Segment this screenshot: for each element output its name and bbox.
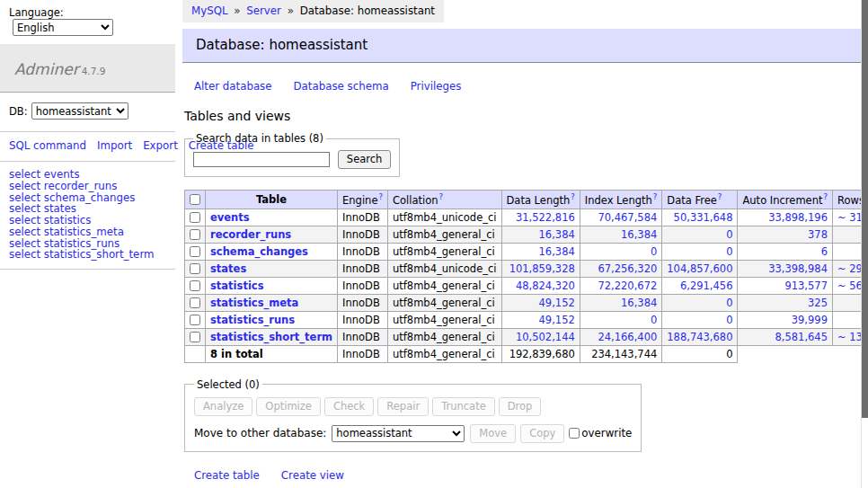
- data-free-link[interactable]: 104,857,600: [667, 262, 732, 275]
- index-length-link[interactable]: 16,384: [585, 297, 658, 309]
- row-checkbox-statistics_meta[interactable]: [190, 297, 200, 308]
- data-free-link[interactable]: 6,291,456: [667, 279, 732, 292]
- table-link-events[interactable]: events: [210, 211, 250, 224]
- col-header-data-free[interactable]: Data Free?: [662, 191, 738, 209]
- column-help-link[interactable]: ?: [653, 192, 658, 201]
- data-length-link[interactable]: 49,152: [507, 297, 575, 309]
- auto-increment-link[interactable]: 6: [742, 245, 828, 258]
- data-length-link[interactable]: 16,384: [507, 245, 575, 258]
- index-length-link[interactable]: 67,256,320: [585, 262, 658, 275]
- index-length-link[interactable]: 24,166,400: [585, 331, 658, 343]
- auto-increment-link[interactable]: 913,577: [742, 279, 828, 292]
- optimize-button[interactable]: Optimize: [256, 397, 321, 416]
- sidebar-select-statistics-link[interactable]: select statistics: [9, 215, 166, 226]
- auto-increment-link[interactable]: 33,898,196: [742, 211, 828, 224]
- search-input[interactable]: [193, 152, 330, 167]
- select-all-checkbox[interactable]: [190, 194, 200, 205]
- column-help-link[interactable]: ?: [439, 192, 444, 201]
- row-checkbox-statistics[interactable]: [190, 280, 200, 291]
- auto-increment-link[interactable]: 378: [742, 228, 828, 241]
- data-length-link[interactable]: 10,502,144: [507, 331, 575, 343]
- data-free-link[interactable]: 0: [667, 245, 732, 258]
- row-checkbox-statistics_runs[interactable]: [190, 315, 200, 325]
- app-version-link[interactable]: 4.7.9: [82, 66, 106, 76]
- row-checkbox-events[interactable]: [190, 212, 200, 223]
- row-checkbox-states[interactable]: [190, 263, 200, 274]
- auto-increment-link[interactable]: 33,398,984: [742, 262, 828, 275]
- sidebar-export-link[interactable]: Export: [143, 139, 178, 152]
- data-free-link[interactable]: 188,743,680: [667, 331, 732, 343]
- column-help-link[interactable]: ?: [823, 192, 828, 201]
- search-button[interactable]: Search: [338, 150, 392, 169]
- data-length-link[interactable]: 31,522,816: [507, 211, 575, 224]
- data-length-link[interactable]: 16,384: [507, 228, 575, 241]
- search-fieldset: Search data in tables (8) Search: [184, 132, 400, 177]
- analyze-button[interactable]: Analyze: [194, 397, 252, 416]
- breadcrumb-mysql-link[interactable]: MySQL: [191, 4, 228, 17]
- tables-and-views-heading: Tables and views: [184, 109, 868, 123]
- column-help-link[interactable]: ?: [718, 192, 722, 201]
- repair-button[interactable]: Repair: [377, 397, 429, 416]
- col-header-data-length[interactable]: Data Length?: [501, 191, 580, 209]
- scrollbar[interactable]: [861, 0, 868, 488]
- table-link-schema_changes[interactable]: schema_changes: [210, 245, 308, 258]
- sidebar-select-recorder-runs-link[interactable]: select recorder_runs: [9, 181, 166, 192]
- col-header-collation[interactable]: Collation?: [387, 191, 501, 209]
- data-free-link[interactable]: 50,331,648: [667, 211, 732, 224]
- scrollbar-thumb[interactable]: [862, 0, 868, 418]
- col-header-auto-increment[interactable]: Auto Increment?: [738, 191, 833, 209]
- cell-engine: InnoDB: [338, 328, 388, 345]
- col-header-engine[interactable]: Engine?: [338, 191, 388, 209]
- row-checkbox-schema_changes[interactable]: [190, 246, 200, 257]
- cell-index-length: 16,384: [580, 226, 662, 243]
- sidebar-select-events-link[interactable]: select events: [9, 169, 166, 181]
- truncate-button[interactable]: Truncate: [432, 397, 495, 416]
- check-button[interactable]: Check: [324, 397, 374, 416]
- privileges-link[interactable]: Privileges: [411, 80, 462, 93]
- column-help-link[interactable]: ?: [378, 192, 383, 201]
- auto-increment-link[interactable]: 8,581,645: [742, 331, 828, 343]
- auto-increment-link[interactable]: 39,999: [742, 314, 828, 326]
- sidebar-select-statistics-short-term-link[interactable]: select statistics_short_term: [9, 249, 166, 261]
- table-row-statistics: statisticsInnoDButf8mb4_general_ci48,824…: [185, 277, 868, 294]
- table-link-statistics_short_term[interactable]: statistics_short_term: [210, 331, 332, 343]
- alter-database-link[interactable]: Alter database: [194, 80, 272, 93]
- index-length-link[interactable]: 0: [585, 245, 658, 258]
- cell-index-length: 67,256,320: [580, 260, 662, 277]
- sidebar-select-statistics-meta-link[interactable]: select statistics_meta: [9, 226, 166, 238]
- data-free-link[interactable]: 0: [667, 314, 732, 326]
- index-length-link[interactable]: 0: [585, 314, 658, 326]
- index-length-link[interactable]: 72,220,672: [585, 279, 658, 292]
- data-length-link[interactable]: 101,859,328: [507, 262, 575, 275]
- table-link-statistics_runs[interactable]: statistics_runs: [210, 314, 295, 326]
- data-length-link[interactable]: 49,152: [507, 314, 575, 326]
- overwrite-checkbox[interactable]: [569, 428, 580, 439]
- row-checkbox-statistics_short_term[interactable]: [190, 332, 200, 342]
- copy-button[interactable]: Copy: [520, 424, 564, 443]
- col-header-index-length[interactable]: Index Length?: [580, 191, 662, 209]
- data-free-link[interactable]: 0: [667, 297, 732, 309]
- index-length-link[interactable]: 70,467,584: [585, 211, 658, 224]
- data-free-link[interactable]: 0: [667, 228, 732, 241]
- table-link-recorder_runs[interactable]: recorder_runs: [210, 228, 291, 241]
- data-length-link[interactable]: 48,824,320: [507, 279, 575, 292]
- column-help-link[interactable]: ?: [571, 192, 575, 201]
- move-db-select[interactable]: homeassistant: [332, 425, 465, 442]
- db-select[interactable]: homeassistant: [31, 102, 128, 120]
- create-view-link[interactable]: Create view: [281, 469, 344, 482]
- sidebar-import-link[interactable]: Import: [97, 139, 132, 152]
- cell-data-free: 0: [662, 294, 738, 311]
- create-table-link[interactable]: Create table: [194, 469, 260, 482]
- breadcrumb-server-link[interactable]: Server: [246, 4, 281, 17]
- drop-button[interactable]: Drop: [499, 397, 542, 416]
- database-schema-link[interactable]: Database schema: [294, 80, 389, 93]
- move-button[interactable]: Move: [470, 424, 516, 443]
- table-link-statistics[interactable]: statistics: [210, 279, 264, 292]
- auto-increment-link[interactable]: 325: [742, 297, 828, 309]
- table-link-statistics_meta[interactable]: statistics_meta: [210, 297, 298, 309]
- index-length-link[interactable]: 16,384: [585, 228, 658, 241]
- table-link-states[interactable]: states: [210, 262, 246, 275]
- sidebar-sql-command-link[interactable]: SQL command: [9, 139, 86, 152]
- language-select[interactable]: English: [13, 19, 113, 36]
- row-checkbox-recorder_runs[interactable]: [190, 229, 200, 240]
